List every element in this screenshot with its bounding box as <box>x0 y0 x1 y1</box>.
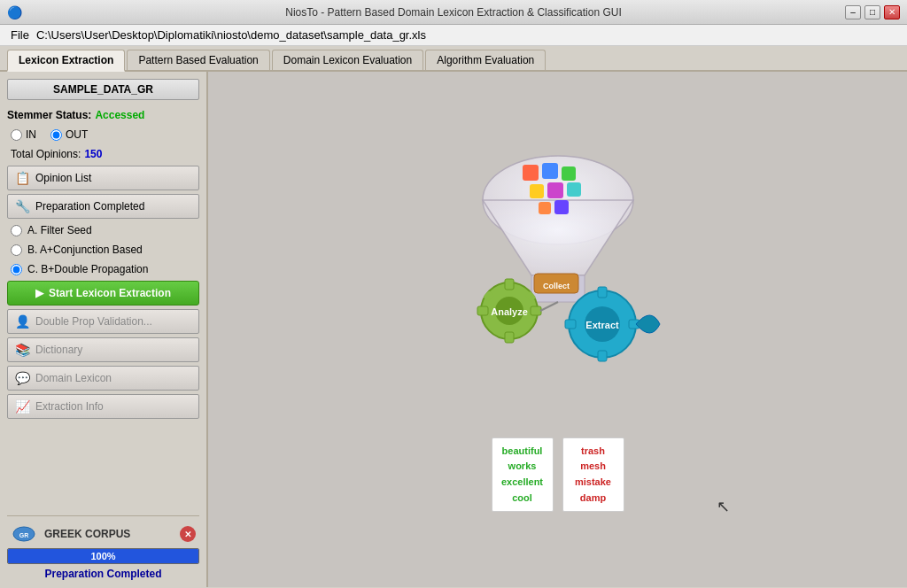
stemmer-status-value: Accessed <box>95 109 144 121</box>
dictionary-icon: 📚 <box>15 343 30 357</box>
option-a-row: A. Filter Seed <box>7 222 199 238</box>
dataset-button[interactable]: SAMPLE_DATA_GR <box>7 79 199 100</box>
total-opinions-row: Total Opinions: 150 <box>7 146 199 162</box>
svg-rect-15 <box>531 306 541 315</box>
corpus-remove-button[interactable]: ✕ <box>180 526 196 542</box>
option-b-label: B. A+Conjunction Based <box>27 244 143 256</box>
svg-rect-23 <box>598 351 607 361</box>
svg-rect-25 <box>565 320 576 329</box>
option-c-row: C. B+Double Propagation <box>7 261 199 277</box>
menubar: File C:\Users\User\Desktop\Diplomatiki\n… <box>0 25 907 46</box>
double-prop-icon: 👤 <box>15 314 30 329</box>
dictionary-button[interactable]: 📚 Dictionary <box>7 337 199 362</box>
titlebar-left: 🔵 <box>7 5 22 19</box>
radio-out[interactable] <box>50 129 62 141</box>
svg-text:Analyze: Analyze <box>491 306 528 317</box>
right-panel: Analyze Extract Collect <box>208 72 907 587</box>
app-icon: 🔵 <box>7 5 22 19</box>
negative-words-box: trash mesh mistake damp <box>562 437 624 512</box>
start-lexicon-extraction-button[interactable]: ▶ Start Lexicon Extraction <box>7 281 199 306</box>
extraction-info-button[interactable]: 📈 Extraction Info <box>7 394 199 419</box>
main-area: SAMPLE_DATA_GR Stemmer Status: Accessed … <box>0 72 907 587</box>
corpus-icon: GR <box>11 525 37 543</box>
double-prop-validation-button[interactable]: 👤 Double Prop Validation... <box>7 309 199 334</box>
domain-lexicon-button[interactable]: 💬 Domain Lexicon <box>7 366 199 391</box>
total-value: 150 <box>84 148 102 160</box>
svg-rect-5 <box>542 163 558 179</box>
minimize-button[interactable]: – <box>845 5 861 19</box>
tab-lexicon-extraction[interactable]: Lexicon Extraction <box>7 50 125 72</box>
total-label: Total Opinions: <box>11 148 81 160</box>
prep-complete-label: Preparation Completed <box>7 568 199 580</box>
radio-option-a[interactable] <box>11 225 22 236</box>
svg-rect-9 <box>567 182 581 197</box>
radio-in-label[interactable]: IN <box>11 128 36 141</box>
left-panel: SAMPLE_DATA_GR Stemmer Status: Accessed … <box>0 72 208 587</box>
svg-rect-6 <box>562 166 576 181</box>
svg-rect-13 <box>505 279 514 290</box>
domain-lexicon-icon: 💬 <box>15 371 30 385</box>
opinion-list-button[interactable]: 📋 Opinion List <box>7 166 199 190</box>
preparation-completed-button[interactable]: 🔧 Preparation Completed <box>7 194 199 219</box>
corpus-label: GREEK CORPUS <box>44 528 130 540</box>
svg-text:Extract: Extract <box>585 320 619 330</box>
word-boxes: beautiful works excellent cool trash mes… <box>492 437 624 512</box>
svg-rect-14 <box>505 332 514 343</box>
svg-rect-11 <box>554 200 569 214</box>
svg-rect-22 <box>598 287 607 298</box>
titlebar-controls: – □ ✕ <box>845 5 900 19</box>
svg-text:Collect: Collect <box>542 282 569 290</box>
stemmer-status-row: Stemmer Status: Accessed <box>7 107 199 123</box>
stemmer-label: Stemmer Status: <box>7 109 91 121</box>
svg-rect-10 <box>539 202 551 214</box>
file-menu[interactable]: File <box>4 27 36 43</box>
option-c-label: C. B+Double Propagation <box>27 263 148 275</box>
tab-domain-lexicon-evaluation[interactable]: Domain Lexicon Evaluation <box>272 50 423 70</box>
opinion-list-icon: 📋 <box>15 171 30 185</box>
radio-out-label[interactable]: OUT <box>50 128 88 141</box>
radio-option-c[interactable] <box>11 264 22 275</box>
tab-pattern-based-evaluation[interactable]: Pattern Based Evaluation <box>127 50 269 70</box>
radio-option-b[interactable] <box>11 244 22 256</box>
maximize-button[interactable]: □ <box>864 5 880 19</box>
illustration: Analyze Extract Collect <box>425 147 691 512</box>
titlebar: 🔵 NiosTo - Pattern Based Domain Lexicon … <box>0 0 907 25</box>
svg-rect-16 <box>477 306 488 315</box>
svg-rect-4 <box>523 165 539 181</box>
tabbar: Lexicon Extraction Pattern Based Evaluat… <box>0 46 907 72</box>
extraction-info-icon: 📈 <box>15 399 30 414</box>
bottom-section: GR GREEK CORPUS ✕ 100% Preparation Compl… <box>7 515 199 580</box>
corpus-row: GR GREEK CORPUS ✕ <box>7 523 199 545</box>
stemmer-radio-group: IN OUT <box>7 127 199 143</box>
option-b-row: B. A+Conjunction Based <box>7 242 199 258</box>
process-illustration: Analyze Extract Collect <box>425 147 691 430</box>
radio-in[interactable] <box>11 129 22 141</box>
svg-rect-8 <box>547 182 563 198</box>
svg-rect-7 <box>530 184 544 198</box>
mouse-cursor: ↖ <box>717 497 730 516</box>
svg-text:GR: GR <box>19 532 29 538</box>
positive-words-box: beautiful works excellent cool <box>492 437 554 512</box>
progress-bar-fill: 100% <box>8 549 198 563</box>
filepath-label: C:\Users\User\Desktop\Diplomatiki\niosto… <box>36 28 426 42</box>
titlebar-title: NiosTo - Pattern Based Domain Lexicon Ex… <box>0 6 907 19</box>
start-icon: ▶ <box>35 287 43 299</box>
progress-bar-container: 100% <box>7 548 199 564</box>
svg-line-30 <box>540 302 558 311</box>
close-button[interactable]: ✕ <box>884 5 900 19</box>
option-a-label: A. Filter Seed <box>27 224 92 236</box>
tab-algorithm-evaluation[interactable]: Algorithm Evaluation <box>425 50 546 70</box>
preparation-icon: 🔧 <box>15 199 30 213</box>
